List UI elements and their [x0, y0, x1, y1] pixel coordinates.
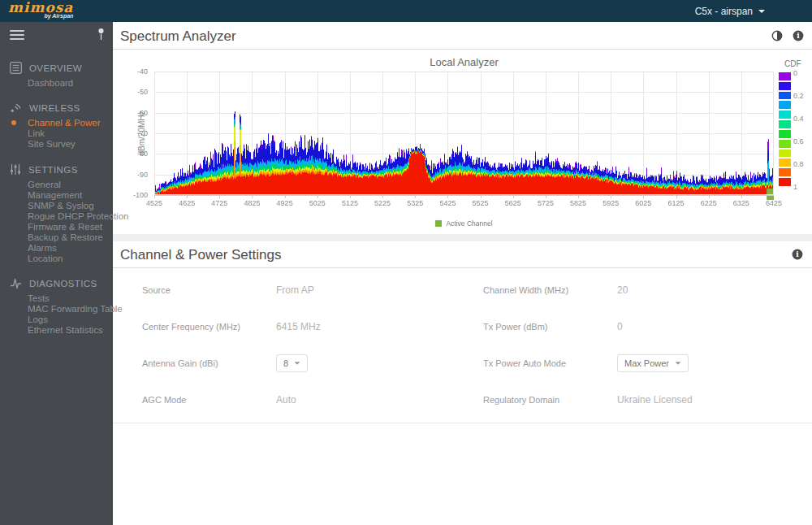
x-axis-tick-label: 6425 [766, 199, 782, 207]
sidebar-item-label: Firmware & Reset [28, 222, 102, 232]
y-axis-tick-label: -80 [137, 150, 148, 158]
sidebar-item-snmp-syslog[interactable]: SNMP & Syslog [28, 201, 113, 211]
dropdown-value: 8 [283, 358, 288, 368]
device-selector[interactable]: C5x - airspan [695, 0, 765, 22]
sidebar-section-settings[interactable]: SETTINGS [10, 163, 113, 176]
colorbar-block [779, 101, 791, 109]
antenna-gain-dbi-dropdown[interactable]: 8 [276, 354, 308, 372]
colorbar-block [779, 111, 791, 119]
spectrum-analyzer-panel: Local Analyzer dBm/20MHz -40-50-60-70-80… [113, 50, 812, 234]
y-axis-tick-label: -100 [133, 191, 148, 199]
x-axis-tick-label: 4925 [277, 199, 293, 207]
panel-divider [113, 234, 812, 241]
sidebar-section-label: WIRELESS [29, 103, 80, 113]
y-axis-tick-label: -40 [137, 67, 148, 76]
field-label-center-frequency-mhz: Center Frequency (MHz) [142, 322, 276, 332]
field-value-source: From AP [276, 284, 314, 296]
x-axis-tick-label: 5725 [538, 199, 554, 207]
sidebar-section-overview[interactable]: OVERVIEW [10, 62, 113, 74]
sidebar-section-label: DIAGNOSTICS [29, 279, 97, 289]
sidebar-item-site-survey[interactable]: Site Survey [28, 139, 113, 150]
sidebar-item-mac-forwarding-table[interactable]: MAC Forwarding Table [28, 304, 113, 315]
sidebar-item-label: SNMP & Syslog [28, 201, 94, 210]
sidebar-item-label: Logs [28, 315, 48, 324]
x-axis-tick-label: 5125 [342, 199, 358, 207]
device-selector-label: C5x - airspan [695, 6, 753, 17]
menu-icon[interactable] [10, 30, 24, 42]
sidebar-item-management[interactable]: Management [28, 190, 113, 201]
colorbar-title: CDF [784, 59, 812, 68]
sidebar-item-ethernet-statistics[interactable]: Ethernet Statistics [28, 325, 113, 336]
sidebar-section-label: OVERVIEW [29, 63, 82, 73]
field-value-tx-power-dbm: 0 [617, 321, 623, 332]
sidebar-item-tests[interactable]: Tests [28, 293, 113, 304]
sidebar-section-diagnostics[interactable]: DIAGNOSTICS [10, 278, 113, 289]
field-tx-power-dbm: Tx Power (dBm)0 [483, 317, 623, 336]
x-axis-tick-label: 6125 [668, 199, 685, 207]
field-label-tx-power-auto-mode: Tx Power Auto Mode [483, 358, 617, 368]
x-axis-tick-label: 4625 [179, 199, 195, 207]
active-dot-icon [11, 120, 16, 125]
sidebar-item-logs[interactable]: Logs [28, 315, 113, 325]
sidebar-item-label: Site Survey [28, 139, 76, 149]
sidebar-item-label: Link [28, 128, 45, 138]
legend-label: Active Channel [446, 219, 492, 228]
diagnostics-icon [10, 278, 22, 289]
sidebar-item-firmware-reset[interactable]: Firmware & Reset [28, 222, 113, 232]
info-icon[interactable]: i [793, 30, 804, 41]
x-axis-tick-label: 4825 [244, 199, 260, 207]
channel-power-settings-panel: Channel & Power Settings i SourceFrom AP… [113, 241, 812, 423]
sidebar-item-channel-power[interactable]: Channel & Power [28, 118, 113, 128]
sidebar-item-alarms[interactable]: Alarms [28, 243, 113, 254]
x-axis-tick-label: 5525 [473, 199, 489, 207]
y-axis-ticks: -40-50-60-70-80-90-100 [113, 72, 151, 195]
sidebar-item-label: Rogue DHCP Protection [28, 211, 128, 221]
field-label-channel-width-mhz: Channel Width (MHz) [483, 285, 617, 295]
sidebar-section-label: SETTINGS [28, 165, 78, 175]
sidebar-item-backup-restore[interactable]: Backup & Restore [28, 232, 113, 243]
sidebar-item-location[interactable]: Location [28, 254, 113, 264]
tx-power-auto-mode-dropdown[interactable]: Max Power [617, 354, 689, 372]
x-axis-tick-label: 5925 [603, 199, 619, 207]
sidebar-item-dashboard[interactable]: Dashboard [28, 78, 113, 89]
x-axis-tick-label: 4725 [211, 199, 227, 207]
colorbar-block [779, 130, 791, 138]
sidebar-item-label: MAC Forwarding Table [28, 304, 123, 314]
x-axis-tick-label: 5825 [570, 199, 586, 207]
x-axis-tick-label: 5325 [407, 199, 423, 207]
sidebar-section-wireless[interactable]: WIRELESS [10, 102, 113, 114]
main-content: Spectrum Analyzer i Local Analyzer dBm/2… [113, 22, 812, 525]
overview-icon [10, 62, 22, 74]
sidebar-item-link[interactable]: Link [28, 128, 113, 139]
colorbar-tick-label: 0.4 [793, 115, 804, 123]
field-label-tx-power-dbm: Tx Power (dBm) [483, 322, 617, 332]
sidebar-item-general[interactable]: General [28, 180, 113, 190]
field-value-agc-mode: Auto [276, 394, 296, 406]
colorbar-block [779, 72, 791, 80]
mimosa-logo[interactable]: mimosa by Airspan [8, 0, 73, 19]
field-center-frequency-mhz: Center Frequency (MHz)6415 MHz [142, 317, 321, 336]
x-axis-tick-label: 5225 [374, 199, 391, 207]
field-label-regulatory-domain: Regulatory Domain [483, 395, 617, 405]
colorbar-block [779, 168, 791, 176]
sidebar-item-label: Tests [28, 293, 50, 303]
y-axis-tick-label: -90 [137, 171, 148, 179]
colorbar-tick-label: 1 [793, 183, 797, 191]
field-regulatory-domain: Regulatory DomainUkraine Licensed [483, 390, 693, 410]
pin-icon[interactable] [97, 28, 105, 45]
colorbar-tick-label: 0.8 [793, 160, 804, 168]
colorbar-tick-label: 0.2 [793, 92, 804, 100]
contrast-icon[interactable] [771, 30, 783, 41]
x-axis-tick-label: 6025 [635, 199, 651, 207]
field-channel-width-mhz: Channel Width (MHz)20 [483, 280, 628, 300]
top-bar: mimosa by Airspan C5x - airspan [0, 0, 812, 22]
field-label-source: Source [142, 285, 276, 295]
info-icon[interactable]: i [792, 249, 803, 260]
sidebar-item-rogue-dhcp-protection[interactable]: Rogue DHCP Protection [28, 211, 113, 222]
field-value-channel-width-mhz: 20 [617, 284, 628, 296]
chart-legend: Active Channel [154, 215, 774, 230]
colorbar-tick-labels: 00.20.40.60.81 [793, 72, 812, 186]
x-axis-tick-label: 5625 [505, 199, 521, 207]
field-label-agc-mode: AGC Mode [142, 395, 276, 405]
field-value-center-frequency-mhz: 6415 MHz [276, 321, 321, 332]
